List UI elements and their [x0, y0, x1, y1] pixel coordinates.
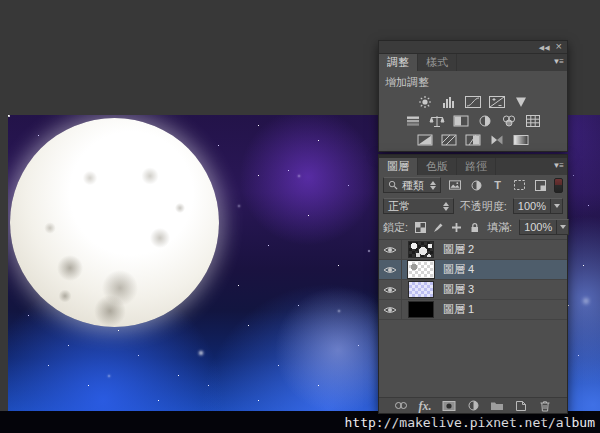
adjustments-tab-bar: 調整 樣式 ▼≡: [379, 54, 567, 71]
new-layer-icon[interactable]: [514, 399, 529, 412]
photo-filter-icon[interactable]: [476, 114, 494, 128]
color-lookup-icon[interactable]: [524, 114, 542, 128]
tab-styles[interactable]: 樣式: [418, 54, 457, 71]
black-white-icon[interactable]: [452, 114, 470, 128]
color-balance-icon[interactable]: [428, 114, 446, 128]
eye-icon: [383, 245, 397, 255]
layers-footer-bar: fx.: [379, 397, 567, 413]
layer-row-3[interactable]: 圖層 3: [379, 280, 567, 300]
selective-color-icon[interactable]: [488, 133, 506, 147]
tab-adjustments[interactable]: 調整: [379, 54, 418, 71]
layer-thumbnail[interactable]: [408, 301, 434, 318]
opacity-value[interactable]: 100%: [514, 200, 550, 212]
opacity-dropdown-icon[interactable]: [550, 199, 562, 213]
opacity-label: 不透明度:: [460, 199, 507, 214]
hue-saturation-icon[interactable]: [404, 114, 422, 128]
eye-icon: [383, 305, 397, 315]
layer-row-4-selected[interactable]: 圖層 4: [379, 260, 567, 280]
layer-filter-toggle[interactable]: [554, 178, 563, 193]
lock-all-icon[interactable]: [469, 220, 480, 234]
lock-label: 鎖定:: [383, 220, 408, 235]
filter-kind-select[interactable]: 種類: [383, 177, 441, 193]
photoshop-workspace: http://makelive.pixnet.net/album ◀◀ × 調整…: [0, 0, 600, 433]
link-layers-icon[interactable]: [394, 399, 409, 412]
curves-icon[interactable]: [464, 95, 482, 109]
visibility-toggle[interactable]: [379, 280, 402, 299]
blend-mode-select[interactable]: 正常: [383, 198, 454, 214]
visibility-toggle[interactable]: [379, 300, 402, 319]
filter-pixel-layers-icon[interactable]: [447, 178, 462, 192]
fill-value[interactable]: 100%: [520, 221, 556, 233]
watermark-url: http://makelive.pixnet.net/album: [345, 415, 595, 430]
layer-row-1[interactable]: 圖層 1: [379, 300, 567, 320]
posterize-icon[interactable]: [440, 133, 458, 147]
vibrance-icon[interactable]: [512, 95, 530, 109]
select-arrows-icon: [443, 202, 449, 211]
fill-dropdown-icon[interactable]: [556, 220, 568, 234]
search-icon: [388, 180, 398, 190]
add-adjustment-label: 增加調整: [379, 71, 567, 92]
fill-label: 填滿:: [487, 220, 512, 235]
adjustments-panel-titlebar[interactable]: ◀◀ ×: [379, 41, 567, 54]
blend-mode-value: 正常: [388, 199, 410, 214]
filter-shape-layers-icon[interactable]: [511, 178, 526, 192]
threshold-icon[interactable]: [464, 133, 482, 147]
layer-thumbnail[interactable]: [408, 261, 434, 278]
layer-row-2[interactable]: 圖層 2: [379, 240, 567, 260]
visibility-toggle[interactable]: [379, 260, 402, 279]
exposure-icon[interactable]: [488, 95, 506, 109]
select-arrows-icon: [430, 181, 436, 190]
adjustment-icons-row-3: [379, 130, 567, 149]
fill-field[interactable]: 100%: [519, 219, 569, 235]
collapse-panel-icon[interactable]: ◀◀: [539, 44, 550, 51]
watermark-strip: http://makelive.pixnet.net/album: [0, 411, 600, 433]
levels-icon[interactable]: [440, 95, 458, 109]
layer-list-empty-area: [379, 320, 567, 397]
filter-kind-value: 種類: [402, 178, 424, 193]
layers-panel-menu-icon[interactable]: ▼≡: [552, 161, 563, 170]
opacity-field[interactable]: 100%: [513, 198, 563, 214]
adjustment-icons-row-2: [379, 111, 567, 130]
layers-panel: 圖層 色版 路徑 ▼≡ 種類 T 正常 不透明度:: [378, 154, 568, 414]
channel-mixer-icon[interactable]: [500, 114, 518, 128]
visibility-toggle[interactable]: [379, 240, 402, 259]
new-adjustment-layer-icon[interactable]: [466, 399, 481, 412]
brightness-contrast-icon[interactable]: [416, 95, 434, 109]
layer-name[interactable]: 圖層 3: [443, 282, 474, 297]
filter-type-layers-icon[interactable]: T: [490, 178, 505, 192]
blend-mode-row: 正常 不透明度: 100%: [379, 195, 567, 216]
layer-name[interactable]: 圖層 2: [443, 242, 474, 257]
delete-layer-icon[interactable]: [538, 399, 553, 412]
lock-row: 鎖定: 填滿: 100%: [379, 216, 567, 239]
filter-smart-object-icon[interactable]: [533, 178, 548, 192]
layer-name[interactable]: 圖層 1: [443, 302, 474, 317]
panel-menu-icon[interactable]: ▼≡: [552, 57, 563, 66]
tab-layers[interactable]: 圖層: [379, 158, 418, 175]
close-panel-icon[interactable]: ×: [556, 41, 562, 52]
adjustment-icons-row-1: [379, 92, 567, 111]
add-layer-mask-icon[interactable]: [442, 399, 457, 412]
gradient-map-icon[interactable]: [512, 133, 530, 147]
layers-tab-bar: 圖層 色版 路徑 ▼≡: [379, 158, 567, 175]
invert-icon[interactable]: [416, 133, 434, 147]
moon-image: [10, 118, 219, 327]
layer-thumbnail[interactable]: [408, 241, 434, 258]
starfield-bright: [8, 115, 10, 117]
layer-list: 圖層 2 圖層 4 圖層 3 圖層 1: [379, 239, 567, 320]
new-group-icon[interactable]: [490, 399, 505, 412]
layer-filter-row: 種類 T: [379, 175, 567, 195]
layer-style-icon[interactable]: fx.: [418, 399, 433, 412]
eye-icon: [383, 265, 397, 275]
filter-adjustment-layers-icon[interactable]: [469, 178, 484, 192]
lock-position-icon[interactable]: [451, 220, 462, 234]
tab-channels[interactable]: 色版: [418, 158, 457, 175]
tab-paths[interactable]: 路徑: [457, 158, 496, 175]
eye-icon: [383, 285, 397, 295]
lock-transparency-icon[interactable]: [415, 220, 426, 234]
layer-thumbnail[interactable]: [408, 281, 434, 298]
lock-paint-icon[interactable]: [433, 220, 444, 234]
adjustments-panel: ◀◀ × 調整 樣式 ▼≡ 增加調整: [378, 40, 568, 152]
layer-name[interactable]: 圖層 4: [443, 262, 474, 277]
